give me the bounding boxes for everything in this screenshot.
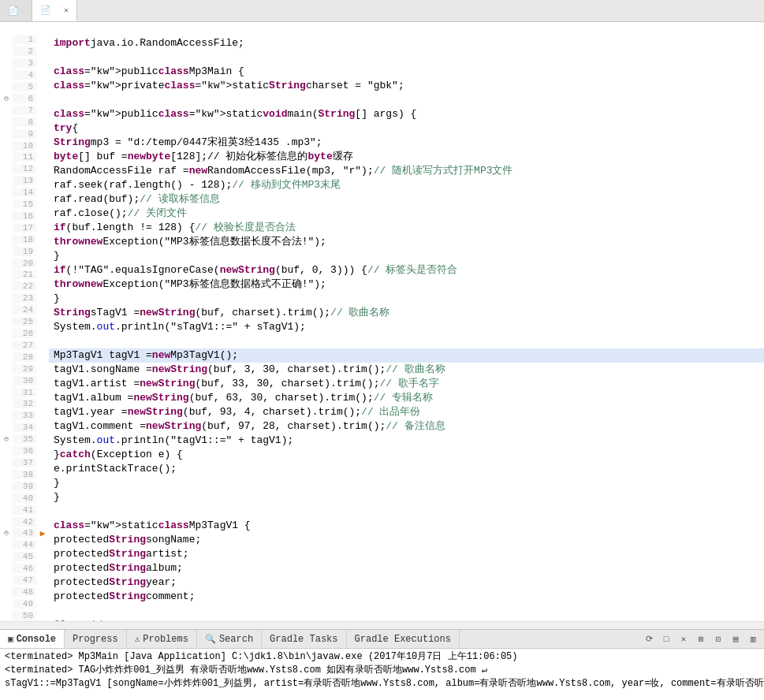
- bottom-tab-label-5: Gradle Executions: [355, 634, 451, 645]
- linenum-5: 5: [13, 82, 36, 91]
- gutter-row-10: 10: [0, 140, 49, 151]
- bottom-tab-icon-3: 🔍: [205, 634, 216, 644]
- code-line-26: tagV1.album = new String(buf, 63, 30, ch…: [49, 391, 764, 405]
- code-content[interactable]: import java.io.RandomAccessFile; class="…: [49, 22, 764, 621]
- bottom-tab-icon-0: ▣: [8, 634, 13, 644]
- gutter-row-40: 40: [0, 492, 49, 504]
- linenum-27: 27: [13, 341, 36, 350]
- editor-scrollbar[interactable]: [0, 621, 764, 629]
- tab-close-mp3[interactable]: ✕: [64, 6, 69, 15]
- editor-area: 12345⊖6789101112131415161718192021222324…: [0, 22, 764, 621]
- gutter-row-24: 24: [0, 304, 49, 316]
- gutter-row-1: 1: [0, 34, 49, 46]
- linenum-49: 49: [13, 599, 36, 609]
- console-toolbar-btn-2[interactable]: ✕: [676, 631, 691, 647]
- gutter-row-25: 25: [0, 316, 49, 328]
- linenum-30: 30: [13, 376, 36, 385]
- code-line-9: byte[] buf = new byte[128];// 初始化标签信息的by…: [49, 150, 764, 164]
- bottom-tab-4[interactable]: Gradle Tasks: [262, 630, 346, 648]
- code-line-23: Mp3TagV1 tagV1 = new Mp3TagV1();: [49, 348, 764, 363]
- linenum-8: 8: [13, 117, 36, 127]
- fold-col-43[interactable]: ⊖: [0, 528, 13, 538]
- bottom-tab-5[interactable]: Gradle Executions: [347, 630, 460, 648]
- code-line-29: System.out.println("tagV1::=" + tagV1);: [49, 434, 764, 448]
- linenum-46: 46: [13, 564, 36, 573]
- gutter-row-35: ⊖35: [0, 434, 49, 445]
- linenum-14: 14: [13, 188, 36, 197]
- code-line-1: import java.io.RandomAccessFile;: [49, 36, 764, 50]
- code-line-34: [49, 505, 764, 519]
- linenum-29: 29: [13, 364, 36, 374]
- code-line-11: raf.seek(raf.length() - 128);// 移动到文件MP3…: [49, 178, 764, 192]
- console-toolbar-btn-1[interactable]: □: [658, 631, 674, 647]
- linenum-48: 48: [13, 587, 36, 597]
- console-toolbar-btn-5[interactable]: ▤: [728, 631, 744, 647]
- code-line-20: String sTagV1 = new String(buf, charset)…: [49, 306, 764, 320]
- linenum-44: 44: [13, 540, 36, 549]
- linenum-43: 43: [13, 528, 36, 538]
- linenum-26: 26: [13, 329, 36, 338]
- code-line-8: String mp3 = "d:/temp/0447宋祖英3经1435 .mp3…: [49, 136, 764, 150]
- code-line-6: class="kw">public class="kw">static void…: [49, 107, 764, 121]
- linenum-12: 12: [13, 164, 36, 173]
- linenum-15: 15: [13, 199, 36, 209]
- linenum-16: 16: [13, 211, 36, 221]
- code-line-22: [49, 334, 764, 348]
- bottom-tab-2[interactable]: ⚠Problems: [127, 630, 197, 648]
- gutter-row-3: 3: [0, 58, 49, 69]
- gutter-row-29: 29: [0, 363, 49, 374]
- linenum-3: 3: [13, 58, 36, 68]
- gutter-row-15: 15: [0, 199, 49, 210]
- gutter-row-41: 41: [0, 504, 49, 516]
- gutter-row-9: 9: [0, 128, 49, 140]
- code-line-4: class="kw">private class="kw">static Str…: [49, 79, 764, 93]
- code-line-27: tagV1.year = new String(buf, 93, 4, char…: [49, 405, 764, 419]
- output-line-2: sTagV1::=Mp3TagV1 [songName=小炸炸炸001_列益男,…: [5, 677, 759, 691]
- fold-col-6[interactable]: ⊖: [0, 94, 13, 103]
- linenum-42: 42: [13, 517, 36, 527]
- code-line-33: }: [49, 490, 764, 505]
- code-line-40: protected String comment;: [49, 590, 764, 604]
- fold-col-35[interactable]: ⊖: [0, 434, 13, 444]
- code-line-25: tagV1.artist = new String(buf, 33, 30, c…: [49, 377, 764, 391]
- console-toolbar-btn-4[interactable]: ⊡: [710, 631, 726, 647]
- linenum-31: 31: [13, 388, 36, 397]
- gutter-row-5: 5: [0, 81, 49, 93]
- console-toolbar-btn-6[interactable]: ▥: [745, 631, 761, 647]
- linenum-6: 6: [13, 94, 36, 103]
- console-toolbar-btn-0[interactable]: ⟳: [641, 631, 657, 647]
- left-gutter: 12345⊖6789101112131415161718192021222324…: [0, 22, 49, 621]
- gutter-row-42: 42: [0, 516, 49, 527]
- linenum-50: 50: [13, 611, 36, 620]
- gutter-row-31: 31: [0, 386, 49, 398]
- tab-mp3main[interactable]: 📄 ✕: [32, 0, 77, 21]
- bottom-tab-0[interactable]: ▣Console: [0, 630, 65, 648]
- code-line-39: protected String year;: [49, 575, 764, 590]
- bottom-tab-3[interactable]: 🔍Search: [197, 630, 262, 648]
- bottom-tab-label-0: Console: [17, 634, 56, 645]
- code-line-16: }: [49, 249, 764, 263]
- bottom-tab-label-4: Gradle Tasks: [270, 634, 337, 645]
- tab-icon-mp3: 📄: [40, 5, 51, 15]
- code-line-38: protected String album;: [49, 561, 764, 575]
- tab-filetab[interactable]: 📄: [0, 0, 32, 21]
- gutter-row-26: 26: [0, 328, 49, 340]
- gutter-row-16: 16: [0, 210, 49, 222]
- linenum-34: 34: [13, 423, 36, 432]
- linenum-22: 22: [13, 281, 36, 291]
- linenum-24: 24: [13, 305, 36, 315]
- gutter-row-30: 30: [0, 374, 49, 386]
- gutter-row-39: 39: [0, 480, 49, 492]
- gutter-row-49: 49: [0, 598, 49, 609]
- gutter-row-18: 18: [0, 233, 49, 245]
- linenum-10: 10: [13, 141, 36, 151]
- gutter-row-37: 37: [0, 457, 49, 469]
- gutter-row-17: 17: [0, 222, 49, 233]
- bottom-tab-1[interactable]: Progress: [65, 630, 127, 648]
- code-line-24: tagV1.songName = new String(buf, 3, 30, …: [49, 363, 764, 377]
- code-line-12: raf.read(buf);// 读取标签信息: [49, 192, 764, 207]
- code-line-19: }: [49, 292, 764, 306]
- linenum-33: 33: [13, 411, 36, 420]
- linenum-7: 7: [13, 106, 36, 115]
- console-toolbar-btn-3[interactable]: ⊠: [693, 631, 709, 647]
